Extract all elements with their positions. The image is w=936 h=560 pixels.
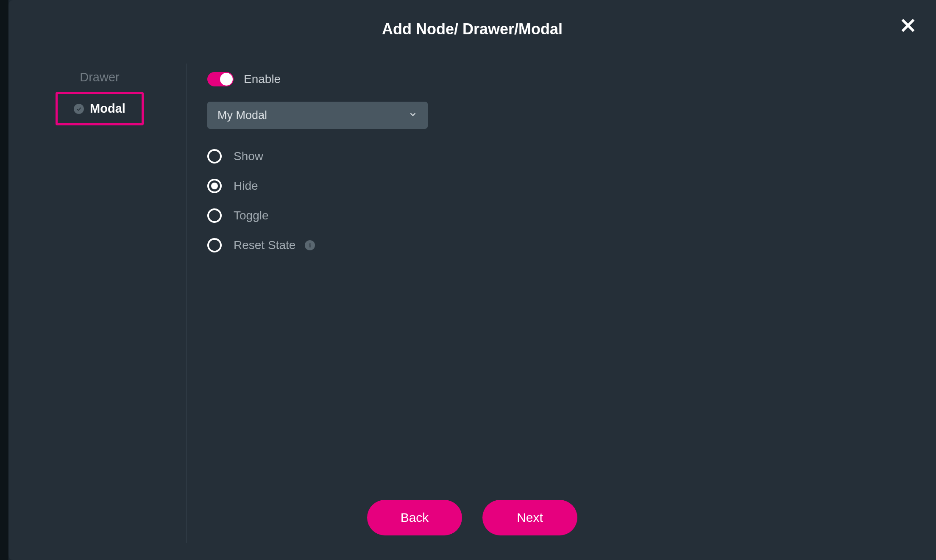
modal-body: Drawer Modal Enable My Modal [8,55,936,560]
info-icon[interactable]: i [305,240,315,250]
toggle-knob [220,73,233,86]
sidebar-item-modal[interactable]: Modal [56,92,144,125]
radio-label: Hide [234,179,258,193]
sidebar: Drawer Modal [8,55,187,560]
close-icon [900,17,916,34]
backdrop [0,0,8,560]
chevron-down-icon [408,110,418,121]
radio-label: Show [234,150,263,163]
radio-icon [207,238,222,252]
sidebar-item-label: Drawer [80,70,119,84]
radio-icon [207,208,222,223]
enable-row: Enable [207,72,911,86]
modal-title: Add Node/ Drawer/Modal [8,20,936,38]
modal-header: Add Node/ Drawer/Modal [8,0,936,55]
radio-label: Toggle [234,209,269,222]
sidebar-item-drawer[interactable]: Drawer [38,64,161,91]
radio-option-show[interactable]: Show [207,149,911,164]
main-content: Enable My Modal Show Hide [187,55,936,560]
radio-icon [207,149,222,164]
next-button[interactable]: Next [482,500,577,535]
radio-option-hide[interactable]: Hide [207,179,911,193]
enable-label: Enable [244,72,281,86]
back-button[interactable]: Back [367,500,462,535]
radio-option-reset-state[interactable]: Reset State i [207,238,911,252]
check-icon [74,104,84,114]
close-button[interactable] [897,14,919,36]
radio-icon [207,179,222,193]
sidebar-item-label: Modal [90,102,125,116]
button-label: Next [517,510,543,525]
modal-panel: Add Node/ Drawer/Modal Drawer Modal [8,0,936,560]
radio-label: Reset State [234,238,295,252]
button-label: Back [401,510,429,525]
footer: Back Next [8,500,936,535]
select-value: My Modal [217,109,267,122]
modal-select[interactable]: My Modal [207,102,428,129]
action-radio-group: Show Hide Toggle Reset State i [207,149,911,252]
radio-option-toggle[interactable]: Toggle [207,208,911,223]
enable-toggle[interactable] [207,72,234,86]
